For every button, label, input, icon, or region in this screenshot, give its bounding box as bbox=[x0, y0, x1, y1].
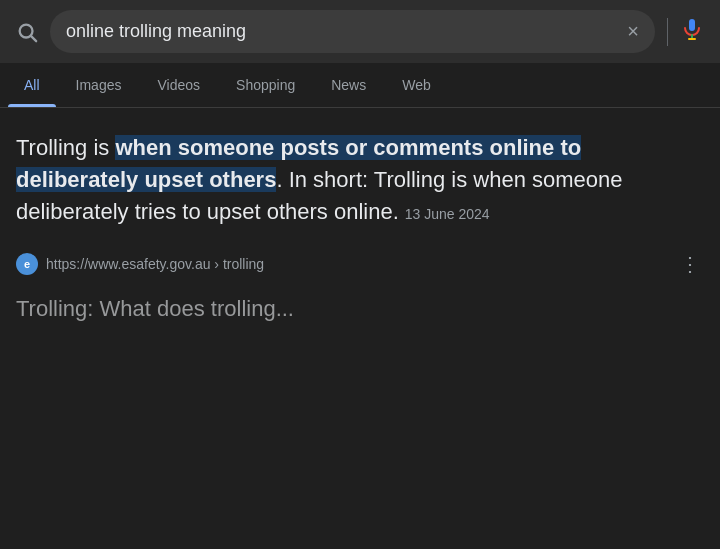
source-row[interactable]: e https://www.esafety.gov.au › trolling … bbox=[16, 248, 704, 280]
search-query: online trolling meaning bbox=[66, 21, 617, 42]
tab-videos[interactable]: Videos bbox=[141, 63, 216, 107]
source-favicon: e bbox=[16, 253, 38, 275]
content-area: Trolling is when someone posts or commen… bbox=[0, 108, 720, 338]
clear-button[interactable]: × bbox=[627, 20, 639, 43]
tabs-bar: All Images Videos Shopping News Web bbox=[0, 63, 720, 108]
tab-images[interactable]: Images bbox=[60, 63, 138, 107]
more-options-button[interactable]: ⋮ bbox=[676, 248, 704, 280]
tab-all[interactable]: All bbox=[8, 63, 56, 107]
tab-web[interactable]: Web bbox=[386, 63, 447, 107]
snippet-date: 13 June 2024 bbox=[405, 206, 490, 222]
svg-line-1 bbox=[31, 36, 36, 41]
tab-news[interactable]: News bbox=[315, 63, 382, 107]
search-icon bbox=[16, 21, 38, 43]
tab-shopping[interactable]: Shopping bbox=[220, 63, 311, 107]
snippet-prefix: Trolling is bbox=[16, 135, 115, 160]
svg-rect-2 bbox=[689, 19, 695, 31]
search-bar: online trolling meaning × bbox=[0, 0, 720, 63]
snippet-text: Trolling is when someone posts or commen… bbox=[16, 132, 704, 228]
mic-icon[interactable] bbox=[680, 17, 704, 47]
divider bbox=[667, 18, 668, 46]
bottom-partial-text: Trolling: What does trolling... bbox=[16, 296, 704, 322]
source-url[interactable]: https://www.esafety.gov.au › trolling bbox=[46, 256, 668, 272]
search-input-area[interactable]: online trolling meaning × bbox=[50, 10, 655, 53]
